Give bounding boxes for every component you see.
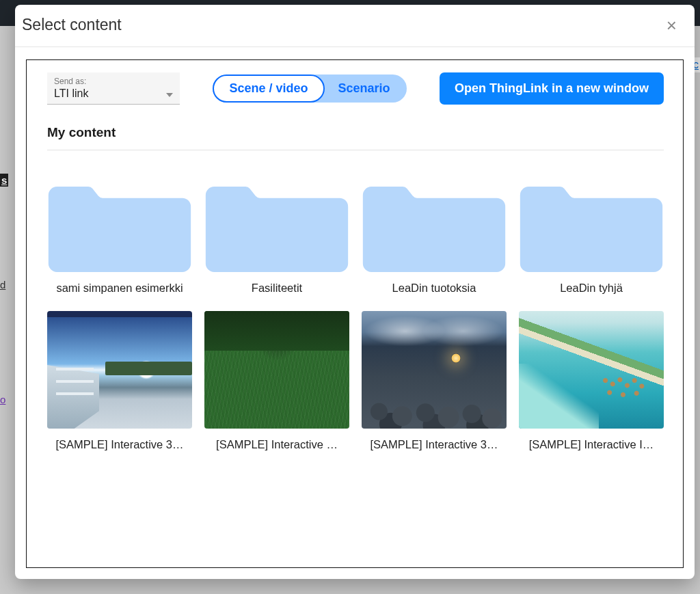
folder-icon: [519, 170, 664, 272]
send-as-label: Send as:: [54, 77, 173, 86]
folder-icon: [362, 170, 507, 272]
scene-item[interactable]: [SAMPLE] Interactive I…: [519, 311, 664, 451]
scene-label: [SAMPLE] Interactive I…: [519, 438, 664, 451]
scene-item[interactable]: [SAMPLE] Interactive 3…: [47, 311, 192, 451]
scene-thumbnail: [204, 311, 349, 429]
bg-text: o: [0, 394, 5, 405]
folder-item[interactable]: Fasiliteetit: [204, 170, 349, 295]
send-as-select[interactable]: Send as: LTI link: [47, 72, 180, 105]
folder-label: Fasiliteetit: [204, 282, 349, 295]
content-grid: sami simpanen esimerkki Fasiliteetit Lea…: [47, 170, 664, 451]
content-panel: Send as: LTI link Scene / video Scenario…: [26, 59, 684, 568]
modal-title: Select content: [22, 16, 122, 34]
bg-text: d: [0, 279, 5, 291]
folder-label: LeaDin tuotoksia: [362, 282, 507, 295]
scene-label: [SAMPLE] Interactive …: [204, 438, 349, 451]
scene-thumbnail: [47, 311, 192, 429]
toggle-option-scenario[interactable]: Scenario: [323, 76, 405, 101]
scene-label: [SAMPLE] Interactive 3…: [47, 438, 192, 451]
toggle-wrap: Scene / video Scenario: [193, 75, 426, 103]
content-type-toggle: Scene / video Scenario: [213, 75, 406, 103]
toggle-option-scene-video[interactable]: Scene / video: [213, 75, 324, 103]
folder-item[interactable]: LeaDin tyhjä: [519, 170, 664, 295]
folder-label: sami simpanen esimerkki: [47, 282, 192, 295]
bg-text: s: [0, 174, 8, 187]
send-as-value: LTI link: [54, 86, 173, 101]
folder-icon: [47, 170, 192, 272]
chevron-down-icon: [166, 93, 173, 97]
folder-item[interactable]: LeaDin tuotoksia: [362, 170, 507, 295]
open-thinglink-button[interactable]: Open ThingLink in a new window: [440, 72, 664, 105]
scene-label: [SAMPLE] Interactive 3…: [362, 438, 507, 451]
controls-row: Send as: LTI link Scene / video Scenario…: [47, 72, 664, 105]
section-title-my-content: My content: [47, 125, 664, 150]
close-icon[interactable]: ×: [664, 16, 679, 34]
scene-item[interactable]: [SAMPLE] Interactive …: [204, 311, 349, 451]
folder-icon: [204, 170, 349, 272]
scene-thumbnail: [519, 311, 664, 429]
modal-body: Send as: LTI link Scene / video Scenario…: [15, 47, 695, 579]
folder-item[interactable]: sami simpanen esimerkki: [47, 170, 192, 295]
select-content-modal: Select content × Send as: LTI link Scene…: [15, 5, 695, 579]
scene-item[interactable]: [SAMPLE] Interactive 3…: [362, 311, 507, 451]
folder-label: LeaDin tyhjä: [519, 282, 664, 295]
scene-thumbnail: [362, 311, 507, 429]
modal-header: Select content ×: [15, 5, 695, 47]
